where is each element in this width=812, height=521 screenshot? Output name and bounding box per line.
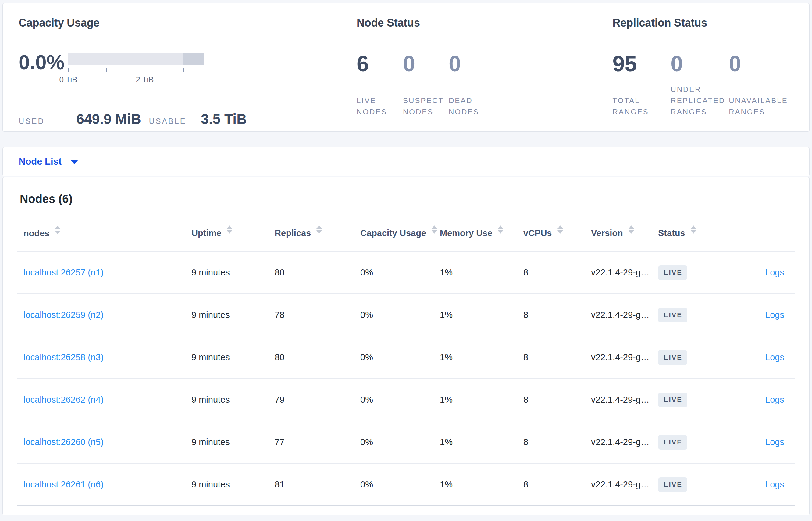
memory-cell: 1% (434, 421, 517, 463)
dead-nodes-stat: 0 DEAD NODES (449, 53, 488, 117)
axis-tick (68, 68, 69, 72)
capacity-usage-section: Capacity Usage 0.0% 0 TiB 2 TiB (19, 16, 357, 132)
under-replicated-ranges-value: 0 (671, 53, 683, 75)
replicas-cell: 80 (268, 251, 354, 294)
replicas-cell: 78 (268, 294, 354, 336)
column-header-capacity-usage[interactable]: Capacity Usage (354, 216, 434, 251)
capacity-bar-dark-segment (183, 53, 204, 65)
logs-link[interactable]: Logs (765, 268, 784, 277)
node-link[interactable]: localhost:26259 (n2) (23, 310, 104, 320)
sort-icon (55, 226, 61, 234)
node-status-title: Node Status (357, 16, 613, 29)
sort-icon (691, 225, 696, 234)
table-row: localhost:26262 (n4) 9 minutes 79 0% 1% … (17, 379, 795, 421)
node-list-dropdown-label: Node List (19, 156, 62, 167)
column-header-status[interactable]: Status (652, 216, 717, 251)
memory-cell: 1% (434, 294, 517, 336)
status-badge: LIVE (658, 477, 687, 492)
column-header-vcpus[interactable]: vCPUs (517, 216, 585, 251)
replicas-cell: 77 (268, 421, 354, 463)
node-link[interactable]: localhost:26257 (n1) (23, 268, 104, 277)
dead-nodes-label: DEAD NODES (449, 95, 488, 117)
uptime-cell: 9 minutes (185, 336, 268, 379)
suspect-nodes-value: 0 (403, 53, 415, 75)
axis-tick-label-0tib: 0 TiB (59, 75, 77, 84)
vcpus-cell: 8 (517, 251, 585, 294)
replication-status-stats: 95 TOTAL RANGES 0 UNDER-REPLICATED RANGE… (612, 53, 796, 117)
column-header-nodes[interactable]: nodes (17, 216, 185, 251)
version-cell: v22.1.4-29-g… (585, 421, 652, 463)
capacity-usage-percent: 0.0% (19, 53, 68, 76)
column-header-version[interactable]: Version (585, 216, 652, 251)
used-label: USED (19, 116, 45, 126)
live-nodes-value: 6 (357, 53, 369, 75)
axis-tick (106, 68, 107, 72)
node-status-section: Node Status 6 LIVE NODES 0 SUSPECT NODES… (357, 16, 613, 132)
version-cell: v22.1.4-29-g… (585, 336, 652, 379)
vcpus-cell: 8 (517, 421, 585, 463)
total-ranges-value: 95 (612, 53, 637, 75)
memory-cell: 1% (434, 336, 517, 379)
live-nodes-label: LIVE NODES (357, 95, 396, 117)
used-value: 649.9 MiB (76, 111, 141, 127)
logs-link[interactable]: Logs (765, 479, 784, 489)
capacity-cell: 0% (354, 336, 434, 379)
nodes-table-card: Nodes (6) nodes Uptime Replicas (2, 177, 810, 515)
table-header-row: nodes Uptime Replicas Capacity Usage Mem… (17, 216, 795, 251)
table-row: localhost:26258 (n3) 9 minutes 80 0% 1% … (17, 336, 795, 379)
capacity-legend: USED 649.9 MiB USABLE 3.5 TiB (19, 111, 246, 127)
nodes-table-title: Nodes (6) (20, 192, 795, 206)
vcpus-cell: 8 (517, 463, 585, 506)
axis-tick (145, 68, 145, 72)
node-link[interactable]: localhost:26262 (n4) (23, 395, 104, 405)
status-badge: LIVE (658, 435, 687, 450)
sort-icon (628, 225, 634, 234)
table-row: localhost:26260 (n5) 9 minutes 77 0% 1% … (17, 421, 795, 463)
capacity-bar (68, 53, 204, 65)
uptime-cell: 9 minutes (185, 421, 268, 463)
status-badge: LIVE (658, 265, 687, 280)
column-header-replicas[interactable]: Replicas (268, 216, 354, 251)
suspect-nodes-label: SUSPECT NODES (403, 95, 443, 117)
replication-status-title: Replication Status (612, 16, 796, 29)
logs-link[interactable]: Logs (765, 352, 784, 362)
logs-link[interactable]: Logs (765, 395, 784, 405)
memory-cell: 1% (434, 379, 517, 421)
suspect-nodes-stat: 0 SUSPECT NODES (403, 53, 449, 117)
column-header-uptime[interactable]: Uptime (185, 216, 268, 251)
logs-link[interactable]: Logs (765, 437, 784, 447)
replicas-cell: 79 (268, 379, 354, 421)
dead-nodes-value: 0 (449, 53, 461, 75)
capacity-cell: 0% (354, 294, 434, 336)
node-link[interactable]: localhost:26261 (n6) (23, 479, 104, 489)
nodes-table: nodes Uptime Replicas Capacity Usage Mem… (17, 216, 795, 506)
column-header-memory-use[interactable]: Memory Use (434, 216, 517, 251)
capacity-usage-bar-chart: 0 TiB 2 TiB (68, 53, 204, 76)
axis-tick (183, 68, 184, 72)
under-replicated-ranges-stat: 0 UNDER-REPLICATED RANGES (671, 53, 729, 117)
unavailable-ranges-stat: 0 UNAVAILABLE RANGES (729, 53, 796, 117)
node-link[interactable]: localhost:26260 (n5) (23, 437, 104, 447)
node-link[interactable]: localhost:26258 (n3) (23, 352, 104, 362)
memory-cell: 1% (434, 251, 517, 294)
sort-icon (316, 225, 322, 234)
sort-icon (227, 225, 232, 234)
chevron-down-icon (71, 160, 78, 164)
uptime-cell: 9 minutes (185, 294, 268, 336)
total-ranges-stat: 95 TOTAL RANGES (612, 53, 671, 117)
status-badge: LIVE (658, 392, 687, 407)
table-row: localhost:26257 (n1) 9 minutes 80 0% 1% … (17, 251, 795, 294)
capacity-bar-axis: 0 TiB 2 TiB (68, 68, 204, 76)
summary-card: Capacity Usage 0.0% 0 TiB 2 TiB (2, 3, 810, 132)
logs-link[interactable]: Logs (765, 310, 784, 320)
usable-label: USABLE (149, 116, 187, 126)
cluster-overview-page: Capacity Usage 0.0% 0 TiB 2 TiB (0, 0, 812, 515)
capacity-usage-chart-row: 0.0% 0 TiB 2 TiB (19, 53, 357, 76)
node-status-stats: 6 LIVE NODES 0 SUSPECT NODES 0 DEAD NODE… (357, 53, 613, 117)
sort-icon (432, 225, 437, 234)
replicas-cell: 80 (268, 336, 354, 379)
node-list-dropdown[interactable]: Node List (19, 156, 78, 167)
replicas-cell: 81 (268, 463, 354, 506)
capacity-cell: 0% (354, 379, 434, 421)
capacity-cell: 0% (354, 421, 434, 463)
